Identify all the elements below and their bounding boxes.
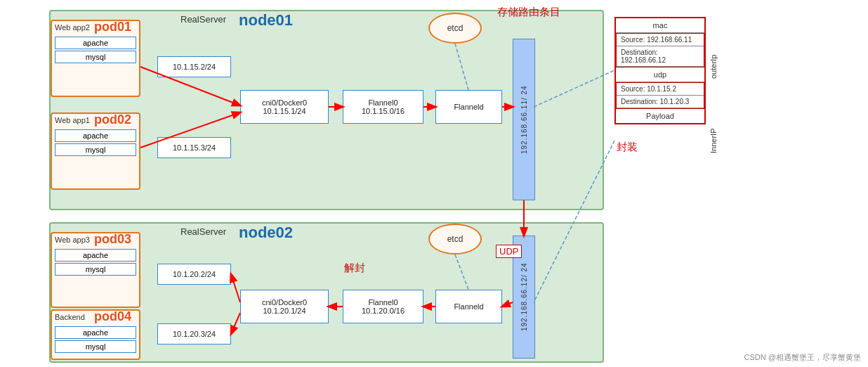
packet-dest2: Destination: 10.1.20.3 <box>617 96 704 108</box>
ip4-box: 10.1.20.3/24 <box>157 323 231 345</box>
packet-row-payload: Payload <box>616 109 704 123</box>
etcd1-label: etcd <box>447 23 463 33</box>
realserver-label-node01: RealServer <box>180 14 226 25</box>
outerip-label: outerIp <box>709 44 718 79</box>
etcd2-oval: etcd <box>428 224 482 255</box>
ip2-label: 10.1.15.3/24 <box>173 143 216 152</box>
innerip-label: InnerIP <box>709 118 718 153</box>
ip3-label: 10.1.20.2/24 <box>173 270 216 278</box>
cni0-node01: cni0/Docker0 10.1.15.1/24 <box>240 90 329 124</box>
storage-route-annotation: 存储路由条目 <box>497 6 560 19</box>
node01-title: node01 <box>239 11 293 30</box>
ip1-label: 10.1.15.2/24 <box>173 63 216 71</box>
etcd1-oval: etcd <box>428 13 482 44</box>
footer-text: CSDN @相遇蟹堡王，尽享蟹黄堡 <box>744 352 861 363</box>
ip1-box: 10.1.15.2/24 <box>157 56 231 77</box>
ip2-box: 10.1.15.3/24 <box>157 137 231 158</box>
diagram-area: RealServer node01 RealServer node02 Web … <box>0 0 868 367</box>
packet-source1: Source: 192.168.66.11 <box>617 34 704 46</box>
flanneld-node02-label: Flanneld <box>454 302 483 311</box>
realserver-label-node02: RealServer <box>180 226 226 237</box>
pod04-apache: apache <box>55 326 136 339</box>
pod03-label: pod03 <box>94 232 131 247</box>
pod04-box: Backend pod04 apache mysql <box>51 309 140 360</box>
flanneld-node01-label: Flanneld <box>454 103 483 111</box>
flannel0-node02: Flannel0 10.1.20.0/16 <box>343 290 423 323</box>
vert-ip-node01: 192.168.66.11/ 24 <box>513 39 535 200</box>
node02-title: node02 <box>239 224 293 242</box>
ip3-box: 10.1.20.2/24 <box>157 264 231 285</box>
packet-row-mac: mac <box>616 18 704 33</box>
flannel0-node01: Flannel0 10.1.15.0/16 <box>343 90 423 124</box>
encap-annotation: 封装 <box>617 141 638 154</box>
cni0-node01-label: cni0/Docker0 10.1.15.1/24 <box>262 98 307 115</box>
pod01-webapp-label: Web app2 <box>55 23 90 32</box>
pod04-label: pod04 <box>94 309 131 324</box>
pod03-mysql: mysql <box>55 263 136 276</box>
pod01-mysql: mysql <box>55 51 136 63</box>
pod02-label: pod02 <box>94 112 131 127</box>
packet-table-outer: mac Source: 192.168.66.11 Destination: 1… <box>614 17 706 124</box>
pod03-webapp-label: Web app3 <box>55 236 90 244</box>
pod04-mysql: mysql <box>55 340 136 353</box>
pod01-box: Web app2 pod01 apache mysql <box>51 20 140 97</box>
pod02-webapp-label: Web app1 <box>55 116 90 124</box>
pod04-webapp-label: Backend <box>55 313 85 321</box>
packet-source2: Source: 10.1.15.2 <box>617 83 704 96</box>
cni0-node02-label: cni0/Docker0 10.1.20.1/24 <box>262 298 307 315</box>
udp-annotation: UDP <box>496 245 522 258</box>
flannel0-node02-label: Flannel0 10.1.20.0/16 <box>362 298 405 315</box>
ip4-label: 10.1.20.3/24 <box>173 330 216 338</box>
pod02-box: Web app1 pod02 apache mysql <box>51 112 140 190</box>
etcd2-label: etcd <box>447 234 463 244</box>
pod01-apache: apache <box>55 37 136 49</box>
flanneld-node02: Flanneld <box>435 290 502 323</box>
packet-row-udp: udp <box>616 67 704 82</box>
pod03-apache: apache <box>55 249 136 262</box>
pod03-box: Web app3 pod03 apache mysql <box>51 232 140 308</box>
flannel0-node01-label: Flannel0 10.1.15.0/16 <box>362 98 405 115</box>
decap-annotation: 解封 <box>344 262 365 275</box>
pod01-label: pod01 <box>94 20 131 34</box>
pod02-apache: apache <box>55 129 136 142</box>
packet-dest1: Destination: 192.168.66.12 <box>617 46 704 67</box>
flanneld-node01: Flanneld <box>435 90 502 124</box>
pod02-mysql: mysql <box>55 143 136 156</box>
cni0-node02: cni0/Docker0 10.1.20.1/24 <box>240 290 329 323</box>
